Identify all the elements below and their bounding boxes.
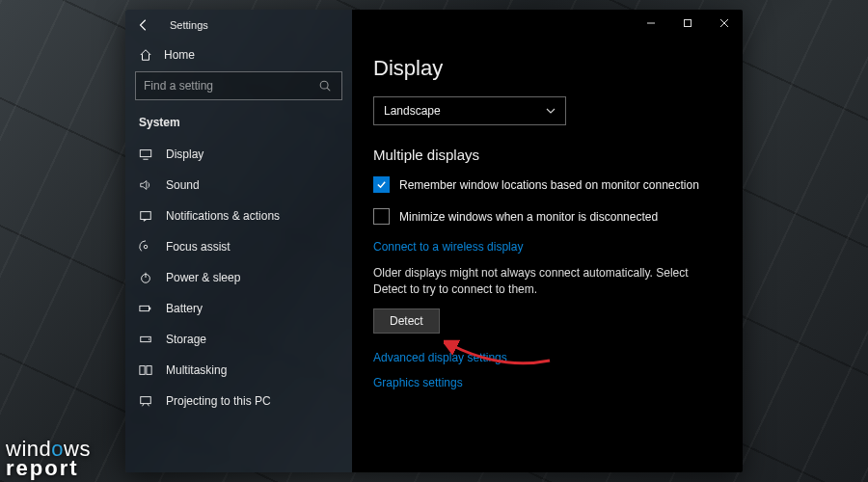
window-controls (633, 10, 743, 37)
orientation-value: Landscape (384, 104, 441, 118)
check-icon (376, 179, 387, 190)
sidebar-section-label: System (125, 112, 352, 139)
maximize-button[interactable] (669, 10, 706, 37)
sound-icon (139, 178, 152, 192)
close-button[interactable] (706, 10, 743, 37)
sidebar-item-label: Display (166, 147, 203, 161)
maximize-icon (683, 18, 692, 28)
home-label: Home (164, 48, 195, 62)
page-title: Display (373, 56, 721, 81)
sidebar-item-label: Projecting to this PC (166, 394, 271, 408)
sidebar-item-notifications[interactable]: Notifications & actions (125, 201, 352, 231)
chevron-down-icon (546, 106, 556, 116)
multiple-displays-heading: Multiple displays (373, 147, 721, 163)
detect-button[interactable]: Detect (373, 308, 440, 334)
svg-rect-2 (140, 150, 150, 157)
battery-icon (139, 302, 152, 315)
svg-rect-13 (147, 366, 151, 375)
sidebar-item-home[interactable]: Home (125, 40, 352, 71)
settings-window: Settings Home System Display Sound (125, 10, 743, 472)
remember-locations-row: Remember window locations based on monit… (373, 176, 721, 193)
minimize-icon (646, 18, 656, 28)
search-box[interactable] (135, 71, 342, 100)
detect-help-text: Older displays might not always connect … (373, 265, 701, 299)
sidebar-item-battery[interactable]: Battery (125, 293, 352, 324)
svg-point-5 (144, 245, 148, 249)
remember-locations-label: Remember window locations based on monit… (399, 178, 699, 192)
window-title: Settings (170, 19, 208, 31)
arrow-left-icon (137, 18, 150, 32)
watermark: windows report (6, 440, 91, 478)
minimize-button[interactable] (633, 10, 669, 37)
storage-icon (139, 333, 152, 346)
svg-rect-16 (685, 20, 692, 27)
power-icon (139, 271, 152, 284)
orientation-dropdown[interactable]: Landscape (373, 96, 566, 125)
svg-rect-12 (140, 366, 145, 375)
minimize-on-disconnect-checkbox[interactable] (373, 208, 390, 225)
sidebar-item-projecting[interactable]: Projecting to this PC (125, 386, 352, 416)
sidebar-item-storage[interactable]: Storage (125, 324, 352, 355)
projecting-icon (139, 394, 152, 408)
advanced-display-link[interactable]: Advanced display settings (373, 351, 507, 364)
sidebar-item-multitasking[interactable]: Multitasking (125, 355, 352, 386)
main-panel: Display Landscape Multiple displays Reme… (352, 10, 743, 472)
sidebar-item-power-sleep[interactable]: Power & sleep (125, 262, 352, 293)
sidebar-item-label: Power & sleep (166, 271, 240, 284)
watermark-line2: report (6, 459, 91, 478)
sidebar-item-display[interactable]: Display (125, 139, 352, 170)
close-icon (719, 18, 729, 28)
sidebar: Settings Home System Display Sound (125, 10, 352, 472)
minimize-on-disconnect-label: Minimize windows when a monitor is disco… (399, 210, 658, 224)
watermark-line1: windows (6, 440, 91, 459)
sidebar-nav: Display Sound Notifications & actions Fo… (125, 139, 352, 472)
svg-point-11 (149, 338, 149, 339)
display-icon (139, 147, 152, 161)
home-icon (139, 48, 152, 62)
graphics-settings-link[interactable]: Graphics settings (373, 376, 463, 389)
connect-wireless-link[interactable]: Connect to a wireless display (373, 240, 523, 254)
detect-button-label: Detect (390, 314, 423, 328)
search-input[interactable] (144, 79, 318, 93)
sidebar-item-focus-assist[interactable]: Focus assist (125, 231, 352, 262)
remember-locations-checkbox[interactable] (373, 176, 390, 193)
sidebar-item-sound[interactable]: Sound (125, 170, 352, 201)
titlebar: Settings (125, 10, 352, 40)
notifications-icon (139, 209, 152, 223)
minimize-on-disconnect-row: Minimize windows when a monitor is disco… (373, 208, 721, 225)
svg-line-1 (327, 88, 330, 91)
sidebar-item-label: Focus assist (166, 240, 231, 254)
back-button[interactable] (131, 13, 156, 38)
sidebar-item-label: Storage (166, 333, 206, 346)
svg-rect-9 (149, 308, 150, 310)
svg-rect-8 (140, 306, 149, 310)
search-icon (318, 79, 334, 93)
svg-rect-14 (141, 397, 151, 404)
sidebar-item-label: Sound (166, 178, 200, 192)
focus-assist-icon (139, 240, 152, 254)
sidebar-item-label: Multitasking (166, 363, 227, 377)
multitasking-icon (139, 363, 152, 377)
svg-point-0 (320, 81, 328, 89)
sidebar-item-label: Notifications & actions (166, 209, 280, 223)
sidebar-item-label: Battery (166, 302, 203, 315)
svg-rect-4 (141, 212, 151, 220)
